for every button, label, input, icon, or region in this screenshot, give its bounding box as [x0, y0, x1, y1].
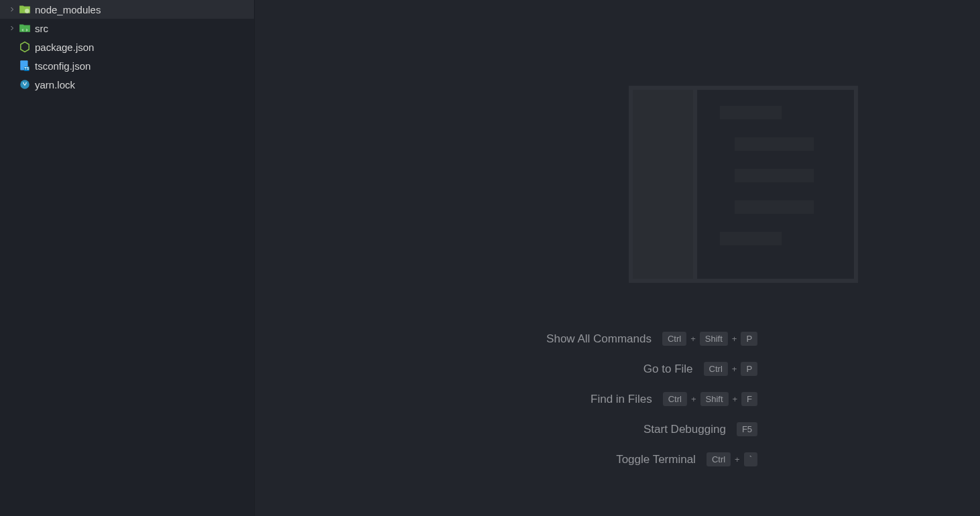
tree-item-src[interactable]: src: [0, 19, 254, 38]
shortcut-label: Toggle Terminal: [522, 453, 696, 466]
svg-point-4: [20, 80, 29, 89]
key: Shift: [700, 332, 728, 346]
shortcut-find-in-files[interactable]: Find in Files Ctrl + Shift + F: [477, 392, 757, 406]
yarn-icon: [19, 78, 31, 90]
shortcut-toggle-terminal[interactable]: Toggle Terminal Ctrl + `: [477, 452, 757, 466]
tsconfig-icon: TS: [19, 60, 31, 72]
shortcut-show-all-commands[interactable]: Show All Commands Ctrl + Shift + P: [477, 332, 757, 346]
shortcut-label: Start Debugging: [552, 423, 726, 436]
shortcut-start-debugging[interactable]: Start Debugging F5: [477, 422, 757, 436]
explorer-sidebar: node_modules src package.json TS tsconfi…: [0, 0, 255, 516]
key: Shift: [700, 392, 728, 406]
shortcut-keys: F5: [737, 422, 757, 436]
shortcut-label: Go to File: [519, 363, 693, 376]
chevron-right-icon: [7, 4, 17, 15]
plus-separator: +: [732, 364, 737, 374]
folder-src-icon: [19, 22, 31, 34]
key: P: [741, 362, 757, 376]
chevron-right-icon: [7, 23, 17, 34]
shortcut-keys: Ctrl + Shift + P: [662, 332, 757, 346]
tree-item-label: src: [35, 23, 48, 34]
key: Ctrl: [662, 332, 686, 346]
tree-item-label: node_modules: [35, 4, 101, 15]
key: Ctrl: [707, 452, 731, 466]
key: F5: [737, 422, 757, 436]
shortcuts-list: Show All Commands Ctrl + Shift + P Go to…: [477, 332, 757, 466]
key: P: [741, 332, 757, 346]
plus-separator: +: [690, 334, 696, 344]
nodejs-icon: [19, 41, 31, 53]
tree-item-label: yarn.lock: [35, 79, 75, 90]
tree-item-package-json[interactable]: package.json: [0, 38, 254, 56]
svg-text:TS: TS: [24, 66, 29, 70]
shortcut-go-to-file[interactable]: Go to File Ctrl + P: [477, 362, 757, 376]
editor-empty-state: Show All Commands Ctrl + Shift + P Go to…: [255, 0, 980, 516]
layout-watermark-icon: [629, 86, 858, 283]
plus-separator: +: [732, 334, 737, 344]
tree-item-node-modules[interactable]: node_modules: [0, 0, 254, 19]
shortcut-keys: Ctrl + P: [704, 362, 757, 376]
key: Ctrl: [704, 362, 728, 376]
tree-item-yarn-lock[interactable]: yarn.lock: [0, 75, 254, 94]
shortcut-label: Show All Commands: [477, 332, 652, 346]
tree-item-tsconfig-json[interactable]: TS tsconfig.json: [0, 56, 254, 75]
shortcut-keys: Ctrl + Shift + F: [663, 392, 757, 406]
plus-separator: +: [733, 394, 738, 404]
svg-point-0: [25, 9, 29, 13]
shortcut-label: Find in Files: [478, 393, 652, 406]
tree-item-label: tsconfig.json: [35, 60, 90, 72]
key: F: [741, 392, 757, 406]
folder-node-modules-icon: [19, 3, 31, 15]
plus-separator: +: [735, 454, 740, 464]
shortcut-keys: Ctrl + `: [707, 452, 757, 466]
key: Ctrl: [663, 392, 687, 406]
plus-separator: +: [691, 394, 696, 404]
key: `: [744, 452, 757, 466]
tree-item-label: package.json: [35, 42, 94, 53]
